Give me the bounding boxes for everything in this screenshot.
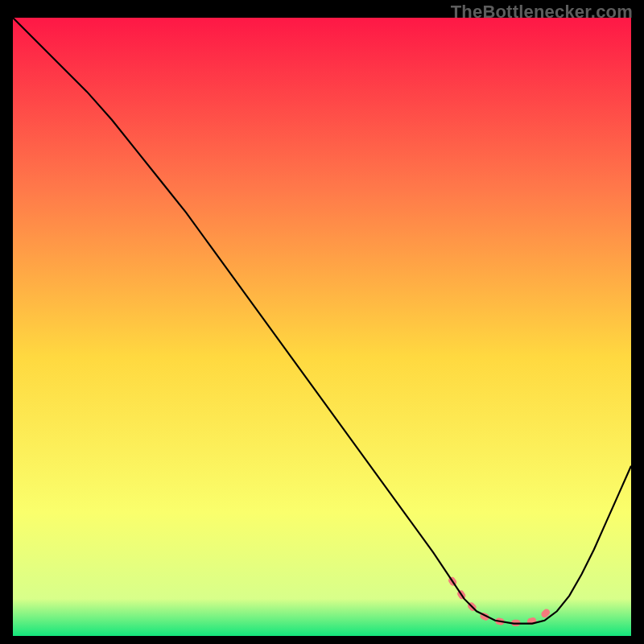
chart-frame: TheBottlenecker.com [0,0,644,644]
gradient-background [13,18,631,636]
chart-svg [13,18,631,636]
